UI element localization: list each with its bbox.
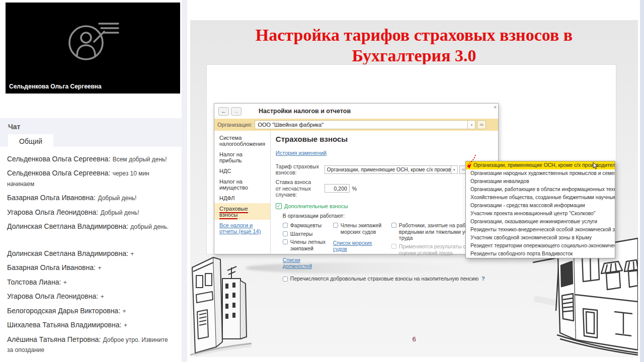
section-title: Страховые взносы [276,135,500,143]
dropdown-item[interactable]: Резиденты свободного порта Владивосток [466,250,615,258]
message-author: Сельденкова Ольга Сергеевна [7,169,110,177]
message-author: Толстова Лиана [7,278,61,286]
rate-label-line2: от несчастных случаев: [276,186,311,198]
checkbox-sea-crews[interactable]: Члены экипажей морских судов [333,222,384,235]
nav-item-tax-system[interactable]: Система налогообложения [214,132,270,149]
tariff-dropdown-list: Организации, применяющие ОСН, кроме с/х … [465,161,615,258]
checkbox-icon[interactable] [283,231,288,236]
organization-select[interactable]: ООО "Швейная фабрика" [255,120,468,129]
webinar-sidebar: Сельденкова Ольга Сергеевна Чат Общий Се… [0,0,190,362]
tariff-select[interactable]: Организации, применяющие ОСН, кроме с/х … [325,165,451,174]
chat-header: Чат Общий [0,118,182,147]
dropdown-item[interactable]: Организации - средства массовой информац… [466,202,615,210]
dropdown-item[interactable]: Организации, работающие в области информ… [466,186,615,194]
checkbox-miners[interactable]: Шахтеры [283,231,326,237]
chat-tab-general[interactable]: Общий [8,134,53,149]
nav-item-insurance-contributions[interactable]: Страховые взносы [214,203,270,220]
checkbox-label: Фармацевты [290,222,321,229]
dropdown-item-selected[interactable]: Организации, применяющие ОСН, кроме с/х … [466,161,615,169]
checkbox-icon[interactable] [283,223,288,228]
slide-title-line2: Бухгалтерия 3.0 [190,46,638,66]
window-titlebar: ← → Настройки налогов и отчетов × [214,104,498,119]
chat-message: Долинская Светлана Владимировна добрый д… [7,221,175,231]
chat-message-list[interactable]: Сельденкова Ольга Сергеевна Всем добрый … [0,147,182,355]
organization-dropdown-icon[interactable]: ▾ [468,120,475,129]
message-text: добрый день. [130,223,169,230]
settings-window: ← → Настройки налогов и отчетов × Органи… [214,103,499,254]
right-edge-strip [640,0,644,362]
checkbox-icon[interactable] [283,277,288,282]
checkbox-pharmacists[interactable]: Фармацевты [283,222,326,229]
message-author: Долинская Светлана Владимировна [7,249,128,257]
dropdown-item[interactable]: Организации народных художественных пром… [466,169,615,177]
dropdown-item[interactable]: Участник свободной экономической зоны в … [466,234,615,242]
checkbox-checked-icon[interactable]: ✓ [276,203,282,209]
message-text: + [130,250,134,257]
speaker-video-tile[interactable]: Сельденкова Ольга Сергеевна [6,3,180,94]
dropdown-item[interactable]: Организации, оказывающие инжиниринговые … [466,218,615,226]
checkbox-label: Перечисляются добровольные страховые взн… [290,276,478,282]
chat-message: Шихалева Татьяна Владимировна + [7,320,175,330]
all-taxes-link[interactable]: Все налоги и отчеты (ещё 14) [214,220,270,237]
presentation-area: Настройка тарифов страховых взносов в Бу… [190,0,644,362]
dropdown-item[interactable]: Резиденты технико-внедренческой особой э… [466,226,615,234]
window-title: Настройки налогов и отчетов [259,108,351,115]
rate-label: Ставка взноса от несчастных случаев: [276,179,325,198]
nav-item-profit-tax[interactable]: Налог на прибыль [214,149,270,165]
checkbox-icon [391,244,396,249]
message-text: Всем добрый день! [113,156,167,163]
checkbox-icon[interactable] [391,223,396,228]
chat-message: Базарная Ольга Ивановна + [7,262,175,273]
sidebar-scrollbar[interactable] [182,0,187,362]
voluntary-help-icon[interactable]: ? [481,276,485,282]
dropdown-item[interactable]: Организации инвалидов [466,177,615,186]
chat-panel: Чат Общий Сельденкова Ольга Сергеевна Вс… [0,118,182,362]
slide-page-number: 6 [190,335,638,343]
chat-message: Толстова Лиана + [7,277,175,287]
mouse-cursor-icon [593,162,599,169]
close-icon[interactable]: × [494,105,497,110]
nav-item-ndfl[interactable]: НДФЛ [214,193,270,203]
message-text: Добрый день! [98,195,136,202]
checkbox-icon[interactable] [283,239,288,244]
message-text: + [63,279,67,286]
message-author: Долинская Светлана Владимировна [7,222,128,230]
settings-nav: Система налогообложения Налог на прибыль… [214,131,271,254]
slide: Настройка тарифов страховых взносов в Бу… [190,20,638,357]
position-lists-link[interactable]: Списки должностей [283,257,326,269]
chat-message: Базарная Ольга Ивановна Добрый день! [7,193,175,203]
nav-item-label: Страховые взносы [219,206,248,219]
tariff-label: Тариф страховых взносов: [276,163,325,175]
voluntary-contributions-row[interactable]: Перечисляются добровольные страховые взн… [283,276,500,282]
chat-message: Алёшина Татьяна Петровна Доброе утро. Из… [7,334,175,355]
back-button[interactable]: ← [218,107,229,116]
checkbox-label: Члены экипажей морских судов [341,222,384,235]
chat-message: Долинская Светлана Владимировна + [7,248,175,258]
sea-vessels-list-link[interactable]: Список морских судов [333,240,384,252]
checkbox-icon[interactable] [333,223,338,228]
organization-link-icon[interactable]: ∞ [477,120,486,129]
speaker-name-overlay: Сельденкова Ольга Сергеевна [9,83,102,90]
dropdown-item[interactable]: Резидент территории опережающего социаль… [466,242,615,250]
slide-title-line1: Настройка тарифов страховых взносов в [190,25,638,46]
checkbox-label: Шахтеры [290,231,313,237]
speaker-avatar-icon [65,19,121,67]
message-author: Базарная Ольга Ивановна [7,194,96,202]
organization-label: Организация: [217,122,252,128]
forward-button[interactable]: → [231,107,242,116]
chat-message: Белогородская Дарья Викторовна + [7,306,175,316]
message-author: Алёшина Татьяна Петровна [7,335,101,343]
message-text: + [123,308,126,315]
nav-item-property-tax[interactable]: Налог на имущество [214,176,270,193]
nav-item-vat[interactable]: НДС [214,165,270,176]
rate-input[interactable]: 0,200 [325,184,350,193]
tariff-dropdown-icon[interactable]: ▾ [451,165,458,174]
chat-message: Угарова Ольга Леонидовна + [7,291,175,301]
history-link[interactable]: История изменений [276,150,327,156]
rate-unit: % [352,186,357,192]
checkbox-flight-crews[interactable]: Члены летных экипажей [283,239,326,252]
dropdown-item[interactable]: Участник проекта инновационный центр "Ск… [466,210,615,218]
dropdown-item[interactable]: Хозяйственные общества, созданные бюджет… [466,194,615,202]
message-text: + [101,293,104,300]
rate-label-line1: Ставка взноса [276,179,311,185]
